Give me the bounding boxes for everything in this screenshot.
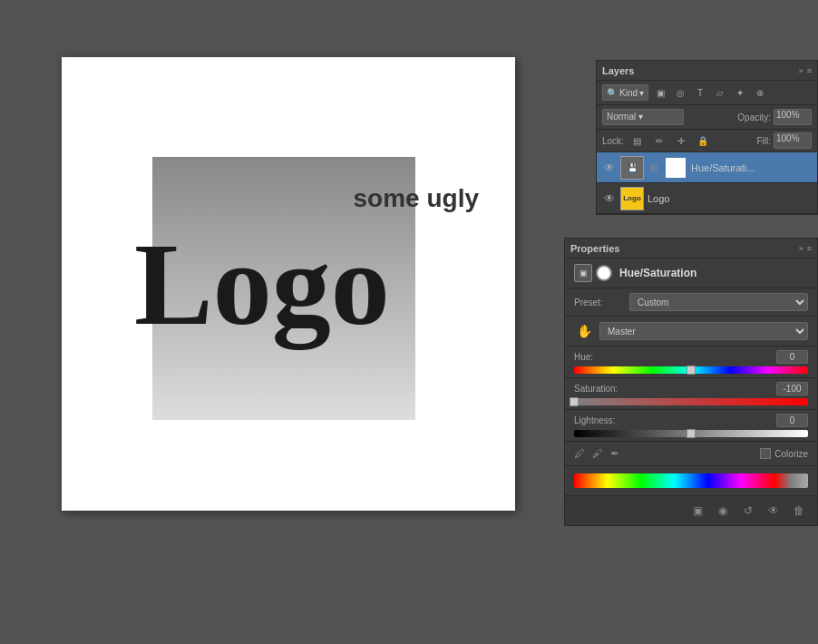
layers-filter-row: 🔍 Kind ▾ ▣ ◎ T ▱ ✦ ⊕ <box>597 81 817 105</box>
add-mask-icon[interactable]: ▣ <box>688 502 706 520</box>
lock-all-icon[interactable]: 🔒 <box>695 132 711 149</box>
layers-expand-btn[interactable]: » <box>799 66 803 75</box>
properties-panel-title: Properties <box>570 243 619 254</box>
chevron-down-icon: ▾ <box>639 88 644 98</box>
hue-sat-section-title: Hue/Saturation <box>619 267 696 279</box>
hue-sat-circle-icon <box>596 265 612 281</box>
saturation-slider-group: Saturation: -100 <box>565 378 817 410</box>
delete-icon[interactable]: 🗑 <box>790 502 808 520</box>
colorize-checkbox[interactable] <box>760 448 771 459</box>
hue-label: Hue: <box>574 352 593 362</box>
saturation-value[interactable]: -100 <box>776 382 808 395</box>
adjust-filter-icon[interactable]: ◎ <box>672 84 688 101</box>
layers-panel-controls: » ≡ <box>799 66 812 75</box>
opacity-label: Opacity: <box>737 112 771 122</box>
more-filter-icon[interactable]: ⊕ <box>752 84 768 101</box>
eyedropper-plus-icon[interactable]: 🖋 <box>592 447 603 460</box>
preset-row: Preset: Custom <box>565 288 817 317</box>
lock-brush-icon[interactable]: ✏ <box>651 132 667 149</box>
layers-panel-title: Layers <box>602 65 634 76</box>
hue-value[interactable]: 0 <box>776 350 808 364</box>
lightness-label-row: Lightness: 0 <box>574 414 808 427</box>
lock-checkerboard-icon[interactable]: ▤ <box>629 132 646 149</box>
hue-label-row: Hue: 0 <box>574 350 808 364</box>
saturation-label-row: Saturation: -100 <box>574 382 808 395</box>
preset-label: Preset: <box>574 298 624 307</box>
saturation-label: Saturation: <box>574 384 618 394</box>
hue-sat-thumb: ▣ <box>574 264 592 282</box>
blend-mode-select[interactable]: Normal ▾ <box>602 109 684 125</box>
visibility-icon-hue[interactable]: 👁 <box>602 161 617 175</box>
pixel-filter-icon[interactable]: ▣ <box>652 84 668 101</box>
smart-filter-icon[interactable]: ✦ <box>732 84 748 101</box>
properties-panel-controls: » ≡ <box>799 244 812 253</box>
colorize-group: Colorize <box>760 448 808 459</box>
lock-label: Lock: <box>602 136 624 146</box>
hue-slider-group: Hue: 0 <box>565 346 817 378</box>
hue-slider-track[interactable] <box>574 366 808 374</box>
eye-icon[interactable]: 👁 <box>764 502 783 520</box>
type-filter-icon[interactable]: T <box>692 84 708 101</box>
properties-footer: ▣ ◉ ↺ 👁 🗑 <box>565 495 817 525</box>
lightness-value[interactable]: 0 <box>776 414 808 427</box>
layers-panel: Layers » ≡ 🔍 Kind ▾ ▣ ◎ T ▱ ✦ ⊕ Normal ▾… <box>596 60 818 215</box>
lightness-label: Lightness: <box>574 415 616 425</box>
canvas: some ugly Logo <box>62 57 515 511</box>
properties-menu-btn[interactable]: ≡ <box>807 244 812 253</box>
lightness-slider-track[interactable] <box>574 430 808 437</box>
saturation-slider-thumb[interactable] <box>570 397 579 406</box>
eyedropper-colorize-row: 🖊 🖋 ✒ Colorize <box>565 442 817 466</box>
properties-panel-header: Properties » ≡ <box>565 239 817 259</box>
fill-group: Fill: 100% <box>756 132 812 149</box>
hue-slider-thumb[interactable] <box>687 366 696 375</box>
eyedropper-minus-icon[interactable]: ✒ <box>610 447 619 460</box>
channel-row: ✋ Master <box>565 317 817 346</box>
layers-menu-btn[interactable]: ≡ <box>807 66 812 75</box>
layer-name-logo: Logo <box>648 193 812 204</box>
fill-label: Fill: <box>756 136 771 146</box>
shape-filter-icon[interactable]: ▱ <box>712 84 728 101</box>
channel-select[interactable]: Master <box>599 322 808 340</box>
blend-row: Normal ▾ Opacity: 100% <box>597 105 817 130</box>
logo-subtitle: some ugly <box>354 184 479 213</box>
visibility-icon-logo[interactable]: 👁 <box>602 191 617 206</box>
search-icon: 🔍 <box>607 88 618 98</box>
layer-item-logo[interactable]: 👁 Logo Logo <box>597 183 817 214</box>
layer-mask-hue <box>664 156 687 180</box>
lock-row: Lock: ▤ ✏ ✛ 🔒 Fill: 100% <box>597 130 817 152</box>
blend-mode-value: Normal <box>607 112 636 122</box>
properties-expand-btn[interactable]: » <box>799 244 803 253</box>
lock-move-icon[interactable]: ✛ <box>673 132 689 149</box>
layer-thumb-logo: Logo <box>620 187 644 210</box>
kind-label: Kind <box>619 88 638 98</box>
chain-icon-hue: ⛓ <box>648 161 660 174</box>
lightness-slider-group: Lightness: 0 <box>565 410 817 442</box>
layer-name-hue: Hue/Saturati... <box>691 162 812 173</box>
colorize-label: Colorize <box>774 449 808 459</box>
preset-select[interactable]: Custom <box>629 293 808 311</box>
kind-filter[interactable]: 🔍 Kind ▾ <box>602 84 648 101</box>
saturation-slider-track[interactable] <box>574 398 808 405</box>
fill-input[interactable]: 100% <box>774 132 812 149</box>
opacity-group: Opacity: 100% <box>737 109 812 125</box>
lightness-slider-thumb[interactable] <box>687 429 696 438</box>
opacity-input[interactable]: 100% <box>774 109 812 125</box>
layers-panel-header: Layers » ≡ <box>597 61 817 81</box>
hue-sat-header: ▣ Hue/Saturation <box>565 259 817 288</box>
mask-icon[interactable]: ◉ <box>714 502 732 520</box>
layer-thumb-hue-adjustment: 💾 <box>620 156 644 180</box>
history-icon[interactable]: ↺ <box>739 502 757 520</box>
layer-item-hue-saturation[interactable]: 👁 💾 ⛓ Hue/Saturati... <box>597 152 817 183</box>
eyedropper-icon[interactable]: 🖊 <box>574 447 585 460</box>
properties-panel: Properties » ≡ ▣ Hue/Saturation Preset: … <box>564 238 818 526</box>
hand-tool-icon[interactable]: ✋ <box>574 321 594 341</box>
logo-text: Logo <box>134 216 390 352</box>
rainbow-color-strip <box>574 473 808 488</box>
